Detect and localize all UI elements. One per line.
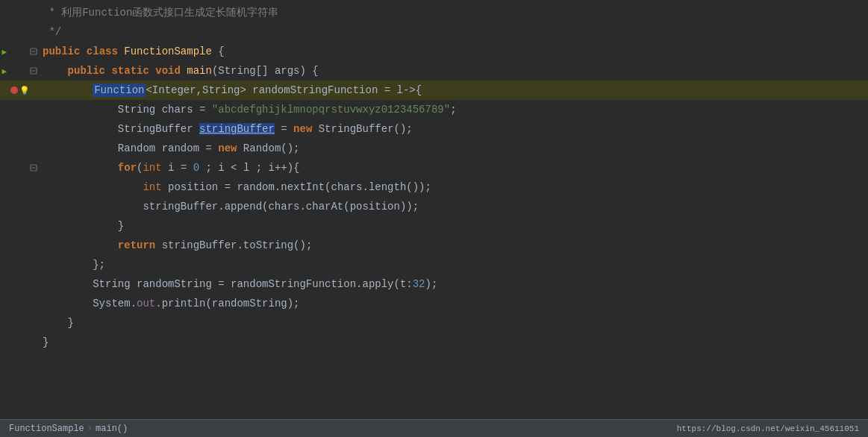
gutter: ▶	[0, 66, 41, 76]
bulb-icon	[21, 221, 30, 231]
code-line: return stringBuffer.toString();	[0, 236, 868, 255]
run-button	[0, 143, 9, 154]
breakpoint-marker	[10, 124, 19, 134]
code-line: StringBuffer stringBuffer = new StringBu…	[0, 119, 868, 139]
breadcrumb: FunctionSample › main()	[9, 424, 128, 434]
run-button	[0, 124, 9, 134]
bulb-icon	[21, 182, 30, 192]
breakpoint-marker	[10, 163, 19, 173]
gutter: 💡	[0, 85, 41, 95]
fold-button	[29, 298, 38, 309]
breakpoint-marker	[10, 104, 19, 115]
run-button	[0, 279, 9, 289]
bulb-icon	[21, 66, 30, 76]
code-line: }	[0, 333, 868, 352]
bulb-icon	[21, 201, 30, 212]
code-line: String randomString = randomStringFuncti…	[0, 274, 868, 294]
breakpoint-marker	[10, 240, 19, 251]
gutter	[0, 298, 41, 309]
gutter	[0, 260, 41, 270]
breakpoint-marker	[10, 279, 19, 289]
breakpoint-marker	[10, 260, 19, 270]
code-line: }	[0, 313, 868, 333]
gutter	[0, 279, 41, 289]
code-line: for(int i = 0 ; i < l ; i++){	[0, 158, 868, 177]
fold-button	[29, 27, 38, 37]
gutter	[0, 240, 41, 251]
breadcrumb-file: FunctionSample	[9, 424, 84, 434]
fold-button	[30, 85, 38, 95]
line-content: String chars = "abcdefghijklmnopqrstuvwx…	[41, 100, 868, 119]
svg-point-4	[10, 87, 18, 94]
run-button	[0, 298, 9, 309]
breakpoint-marker	[10, 7, 19, 18]
bulb-icon	[21, 46, 30, 57]
line-content: return stringBuffer.toString();	[41, 236, 868, 255]
fold-button	[29, 124, 38, 134]
bulb-icon	[21, 337, 30, 348]
run-button[interactable]: ▶	[0, 66, 9, 76]
bulb-icon	[21, 318, 30, 328]
breakpoint-marker	[10, 318, 19, 328]
bulb-icon	[21, 298, 30, 309]
line-content: }	[41, 313, 868, 333]
line-content: Function<Integer,String> randomStringFun…	[41, 81, 868, 100]
run-button	[0, 260, 9, 270]
line-content: int position = random.nextInt(chars.leng…	[41, 177, 868, 197]
run-button	[0, 221, 9, 231]
breadcrumb-method: main()	[96, 424, 128, 434]
fold-button	[29, 7, 38, 18]
fold-button	[29, 279, 38, 289]
bulb-icon	[21, 260, 30, 270]
code-line: }	[0, 216, 868, 236]
gutter	[0, 27, 41, 37]
fold-button	[29, 337, 38, 348]
fold-button	[29, 104, 38, 115]
status-bar: FunctionSample › main() https://blog.csd…	[0, 419, 868, 437]
run-button	[0, 27, 9, 37]
run-button	[0, 337, 9, 348]
bulb-icon	[21, 143, 30, 154]
fold-button[interactable]	[29, 46, 38, 57]
code-line: int position = random.nextInt(chars.leng…	[0, 177, 868, 197]
fold-button	[29, 182, 38, 192]
fold-button[interactable]	[29, 66, 38, 76]
code-line: Random random = new Random();	[0, 139, 868, 158]
gutter	[0, 163, 41, 173]
breadcrumb-sep: ›	[87, 424, 93, 434]
bulb-icon[interactable]: 💡	[19, 85, 30, 95]
bulb-icon	[21, 163, 30, 173]
gutter	[0, 337, 41, 348]
line-content: System.out.println(randomString);	[41, 294, 868, 313]
run-button	[0, 104, 9, 115]
bulb-icon	[21, 7, 30, 18]
line-content: stringBuffer.append(chars.charAt(positio…	[41, 197, 868, 216]
code-line: ▶public class FunctionSample {	[0, 42, 868, 61]
run-button[interactable]: ▶	[0, 46, 9, 57]
line-content: */	[41, 22, 868, 42]
breakpoint-marker	[10, 143, 19, 154]
line-content: Random random = new Random();	[41, 139, 868, 158]
breakpoint-marker	[10, 27, 19, 37]
fold-button	[29, 201, 38, 212]
gutter: ▶	[0, 46, 41, 57]
gutter	[0, 221, 41, 231]
gutter	[0, 143, 41, 154]
bulb-icon	[21, 104, 30, 115]
line-content: }	[41, 216, 868, 236]
fold-button	[29, 143, 38, 154]
breakpoint-marker	[10, 298, 19, 309]
code-line: ▶ public static void main(String[] args)…	[0, 61, 868, 81]
line-content: public class FunctionSample {	[41, 42, 868, 61]
breakpoint-marker	[10, 221, 19, 231]
run-button	[0, 85, 8, 95]
fold-button[interactable]	[29, 163, 38, 173]
line-content: String randomString = randomStringFuncti…	[41, 274, 868, 294]
code-area: * 利用Function函数式接口生成定长随机字符串 */▶public cla…	[0, 0, 868, 419]
editor-container: * 利用Function函数式接口生成定长随机字符串 */▶public cla…	[0, 0, 868, 437]
fold-button	[29, 221, 38, 231]
breakpoint-marker	[10, 201, 19, 212]
code-line: System.out.println(randomString);	[0, 294, 868, 313]
line-content: }	[41, 333, 868, 352]
gutter	[0, 182, 41, 192]
